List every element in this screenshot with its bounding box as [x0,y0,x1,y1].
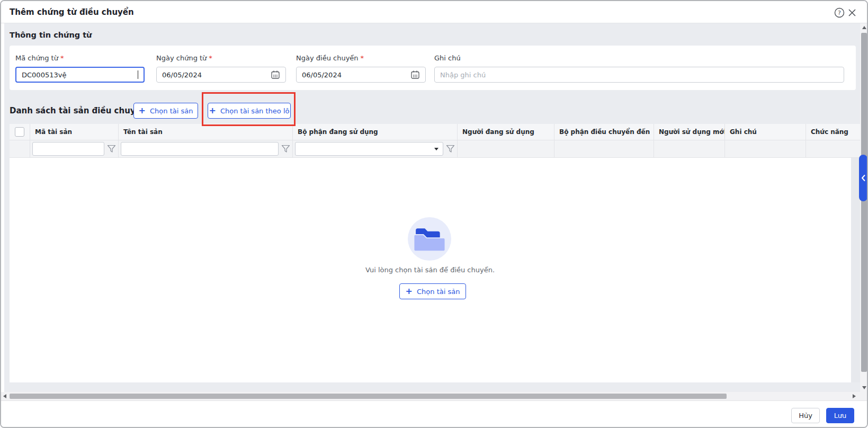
dialog-title: Thêm chứng từ điều chuyển [10,1,134,23]
filter-cell-asset-code [30,140,119,158]
asset-table-header-row: Mã tài sản Tên tài sản Bộ phận đang sử d… [10,124,861,140]
document-date-label: Ngày chứng từ* [156,54,286,63]
horizontal-scrollbar-thumb[interactable] [10,394,727,399]
save-button[interactable]: Lưu [826,408,854,423]
calendar-icon[interactable] [410,70,420,79]
transfer-document-dialog: Thêm chứng từ điều chuyển ? Thông tin ch… [0,0,868,428]
header-cell-note: Ghi chú [725,124,806,140]
dialog-titlebar: Thêm chứng từ điều chuyển ? [1,1,867,23]
header-cell-asset-name: Tên tài sản [119,124,293,140]
dialog-footer [1,400,867,427]
funnel-icon[interactable] [281,145,290,153]
select-all-checkbox[interactable] [15,127,24,137]
filter-cell-asset-name [119,140,293,158]
close-icon[interactable] [847,7,857,18]
required-marker: * [361,54,364,62]
header-cell-current-user: Người đang sử dụng [458,124,554,140]
plus-icon: + [139,106,146,115]
scroll-left-arrow[interactable] [3,394,6,398]
calendar-icon[interactable] [271,70,280,79]
filter-cell-target-department [554,140,654,158]
empty-state-message: Vui lòng chọn tài sản để điều chuyển. [324,266,536,274]
vertical-scrollbar-thumb[interactable] [861,33,867,372]
required-marker: * [209,54,212,62]
document-date-input[interactable]: 06/05/2024 [156,67,286,83]
header-cell-current-department: Bộ phận đang sử dụng [293,124,458,140]
filter-cell-current-user [458,140,554,158]
side-panel-toggle[interactable] [859,155,867,201]
scrollbar-corner [860,392,868,400]
help-icon[interactable]: ? [834,7,845,18]
filter-cell-current-department [293,140,458,158]
asset-name-filter-input[interactable] [121,142,279,156]
scroll-right-arrow[interactable] [853,394,856,398]
empty-state-choose-asset-button[interactable]: + Chọn tài sản [399,283,466,299]
scroll-up-arrow[interactable] [862,26,866,29]
filter-cell-note [725,140,806,158]
chevron-left-icon [861,174,866,182]
choose-asset-by-batch-button[interactable]: + Chọn tài sản theo lô [208,103,291,119]
cancel-button[interactable]: Hủy [791,408,820,423]
asset-table-filter-row [10,140,861,158]
asset-table: Mã tài sản Tên tài sản Bộ phận đang sử d… [10,124,861,158]
transfer-date-input[interactable]: 06/05/2024 [296,67,426,83]
empty-state-illustration [408,217,451,261]
header-cell-actions: Chức năng [806,124,861,140]
plus-icon: + [406,287,413,296]
document-info-section-title: Thông tin chứng từ [10,29,92,41]
required-marker: * [60,54,64,62]
chevron-down-icon [434,148,439,150]
header-cell-asset-code: Mã tài sản [30,124,119,140]
current-department-filter-select[interactable] [295,142,443,156]
asset-code-filter-input[interactable] [32,142,104,156]
funnel-icon[interactable] [446,145,455,153]
filter-cell-new-user [654,140,725,158]
header-cell-target-department: Bộ phận điều chuyển đến (*) [554,124,654,140]
filter-cell-actions [806,140,861,158]
header-cell-new-user: Người sử dụng mới [654,124,725,140]
choose-asset-button[interactable]: + Chọn tài sản [133,103,198,119]
funnel-icon[interactable] [107,145,116,153]
scroll-down-arrow[interactable] [862,386,866,389]
note-input[interactable]: Nhập ghi chú [434,67,844,83]
document-code-input[interactable]: DC000513vệ [15,67,145,83]
header-cell-select [10,124,30,140]
text-caret [138,70,138,79]
folder-icon [414,226,445,252]
note-label: Ghi chú [434,54,844,63]
document-code-label: Mã chứng từ* [15,54,145,63]
asset-list-section-title: Danh sách tài sản điều chuyển [10,102,146,120]
svg-text:?: ? [838,10,841,16]
plus-icon: + [209,106,216,115]
transfer-date-label: Ngày điều chuyển* [296,54,426,63]
filter-cell-select [10,140,30,158]
